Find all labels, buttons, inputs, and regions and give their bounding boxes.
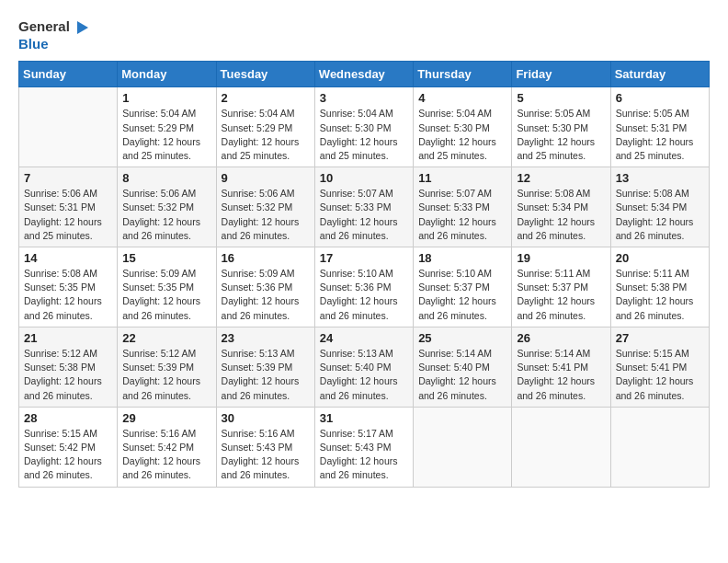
calendar-header-thursday: Thursday — [414, 62, 512, 87]
day-info: Sunrise: 5:04 AMSunset: 5:30 PMDaylight:… — [320, 107, 408, 163]
day-number: 14 — [24, 251, 112, 265]
calendar-cell: 30Sunrise: 5:16 AMSunset: 5:43 PMDayligh… — [216, 407, 314, 487]
calendar-header-tuesday: Tuesday — [216, 62, 314, 87]
calendar-cell: 28Sunrise: 5:15 AMSunset: 5:42 PMDayligh… — [19, 407, 118, 487]
day-number: 15 — [122, 251, 210, 265]
day-info: Sunrise: 5:05 AMSunset: 5:31 PMDaylight:… — [616, 107, 704, 163]
day-info: Sunrise: 5:15 AMSunset: 5:41 PMDaylight:… — [616, 347, 704, 403]
calendar-cell: 11Sunrise: 5:07 AMSunset: 5:33 PMDayligh… — [414, 167, 512, 247]
calendar-cell: 4Sunrise: 5:04 AMSunset: 5:30 PMDaylight… — [414, 87, 512, 167]
day-number: 12 — [517, 171, 605, 185]
calendar-header-friday: Friday — [512, 62, 610, 87]
calendar-cell — [512, 407, 610, 487]
calendar-cell: 18Sunrise: 5:10 AMSunset: 5:37 PMDayligh… — [414, 247, 512, 327]
calendar-cell: 22Sunrise: 5:12 AMSunset: 5:39 PMDayligh… — [118, 327, 216, 407]
day-info: Sunrise: 5:16 AMSunset: 5:43 PMDaylight:… — [222, 427, 310, 483]
calendar-cell: 29Sunrise: 5:16 AMSunset: 5:42 PMDayligh… — [118, 407, 216, 487]
day-number: 25 — [418, 331, 506, 345]
day-info: Sunrise: 5:08 AMSunset: 5:35 PMDaylight:… — [24, 267, 112, 323]
calendar-header-row: SundayMondayTuesdayWednesdayThursdayFrid… — [19, 62, 710, 87]
calendar-cell: 31Sunrise: 5:17 AMSunset: 5:43 PMDayligh… — [314, 407, 413, 487]
day-number: 28 — [24, 411, 112, 425]
day-number: 30 — [222, 411, 310, 425]
calendar-week-2: 7Sunrise: 5:06 AMSunset: 5:31 PMDaylight… — [19, 167, 710, 247]
day-info: Sunrise: 5:04 AMSunset: 5:30 PMDaylight:… — [418, 107, 506, 163]
day-number: 2 — [222, 91, 310, 105]
calendar-cell: 2Sunrise: 5:04 AMSunset: 5:29 PMDaylight… — [216, 87, 314, 167]
day-info: Sunrise: 5:10 AMSunset: 5:37 PMDaylight:… — [418, 267, 506, 323]
calendar-week-1: 1Sunrise: 5:04 AMSunset: 5:29 PMDaylight… — [19, 87, 710, 167]
day-number: 26 — [517, 331, 605, 345]
calendar-cell: 21Sunrise: 5:12 AMSunset: 5:38 PMDayligh… — [19, 327, 118, 407]
calendar-week-3: 14Sunrise: 5:08 AMSunset: 5:35 PMDayligh… — [19, 247, 710, 327]
calendar-week-5: 28Sunrise: 5:15 AMSunset: 5:42 PMDayligh… — [19, 407, 710, 487]
calendar-cell: 14Sunrise: 5:08 AMSunset: 5:35 PMDayligh… — [19, 247, 118, 327]
day-number: 9 — [222, 171, 310, 185]
calendar-cell: 15Sunrise: 5:09 AMSunset: 5:35 PMDayligh… — [118, 247, 216, 327]
calendar-cell — [610, 407, 709, 487]
calendar-cell: 24Sunrise: 5:13 AMSunset: 5:40 PMDayligh… — [314, 327, 413, 407]
page-header: General Blue — [18, 18, 710, 52]
day-info: Sunrise: 5:11 AMSunset: 5:37 PMDaylight:… — [517, 267, 605, 323]
calendar-cell: 16Sunrise: 5:09 AMSunset: 5:36 PMDayligh… — [216, 247, 314, 327]
calendar-cell: 17Sunrise: 5:10 AMSunset: 5:36 PMDayligh… — [314, 247, 413, 327]
day-info: Sunrise: 5:12 AMSunset: 5:39 PMDaylight:… — [122, 347, 210, 403]
calendar-header-wednesday: Wednesday — [314, 62, 413, 87]
day-info: Sunrise: 5:04 AMSunset: 5:29 PMDaylight:… — [122, 107, 210, 163]
day-info: Sunrise: 5:10 AMSunset: 5:36 PMDaylight:… — [320, 267, 408, 323]
day-info: Sunrise: 5:07 AMSunset: 5:33 PMDaylight:… — [418, 187, 506, 243]
day-info: Sunrise: 5:15 AMSunset: 5:42 PMDaylight:… — [24, 427, 112, 483]
day-info: Sunrise: 5:13 AMSunset: 5:40 PMDaylight:… — [320, 347, 408, 403]
day-number: 8 — [122, 171, 210, 185]
day-number: 6 — [616, 91, 704, 105]
calendar-cell: 9Sunrise: 5:06 AMSunset: 5:32 PMDaylight… — [216, 167, 314, 247]
day-info: Sunrise: 5:14 AMSunset: 5:41 PMDaylight:… — [517, 347, 605, 403]
calendar-cell: 12Sunrise: 5:08 AMSunset: 5:34 PMDayligh… — [512, 167, 610, 247]
day-info: Sunrise: 5:11 AMSunset: 5:38 PMDaylight:… — [616, 267, 704, 323]
logo-blue: Blue — [18, 36, 49, 52]
day-info: Sunrise: 5:05 AMSunset: 5:30 PMDaylight:… — [517, 107, 605, 163]
day-info: Sunrise: 5:08 AMSunset: 5:34 PMDaylight:… — [517, 187, 605, 243]
day-number: 10 — [320, 171, 408, 185]
day-number: 13 — [616, 171, 704, 185]
calendar-cell: 5Sunrise: 5:05 AMSunset: 5:30 PMDaylight… — [512, 87, 610, 167]
calendar-cell: 23Sunrise: 5:13 AMSunset: 5:39 PMDayligh… — [216, 327, 314, 407]
calendar-cell: 20Sunrise: 5:11 AMSunset: 5:38 PMDayligh… — [610, 247, 709, 327]
day-number: 18 — [418, 251, 506, 265]
calendar-cell: 1Sunrise: 5:04 AMSunset: 5:29 PMDaylight… — [118, 87, 216, 167]
day-info: Sunrise: 5:12 AMSunset: 5:38 PMDaylight:… — [24, 347, 112, 403]
day-number: 22 — [122, 331, 210, 345]
calendar-cell: 27Sunrise: 5:15 AMSunset: 5:41 PMDayligh… — [610, 327, 709, 407]
day-info: Sunrise: 5:07 AMSunset: 5:33 PMDaylight:… — [320, 187, 408, 243]
logo: General Blue — [18, 18, 90, 52]
day-info: Sunrise: 5:09 AMSunset: 5:36 PMDaylight:… — [222, 267, 310, 323]
calendar-cell — [414, 407, 512, 487]
day-info: Sunrise: 5:06 AMSunset: 5:31 PMDaylight:… — [24, 187, 112, 243]
calendar-cell: 8Sunrise: 5:06 AMSunset: 5:32 PMDaylight… — [118, 167, 216, 247]
logo-arrow-icon — [74, 19, 90, 36]
calendar-cell: 25Sunrise: 5:14 AMSunset: 5:40 PMDayligh… — [414, 327, 512, 407]
day-number: 20 — [616, 251, 704, 265]
calendar-header-monday: Monday — [118, 62, 216, 87]
day-number: 5 — [517, 91, 605, 105]
calendar-cell: 3Sunrise: 5:04 AMSunset: 5:30 PMDaylight… — [314, 87, 413, 167]
day-number: 21 — [24, 331, 112, 345]
day-number: 11 — [418, 171, 506, 185]
calendar-cell: 19Sunrise: 5:11 AMSunset: 5:37 PMDayligh… — [512, 247, 610, 327]
calendar-week-4: 21Sunrise: 5:12 AMSunset: 5:38 PMDayligh… — [19, 327, 710, 407]
day-info: Sunrise: 5:08 AMSunset: 5:34 PMDaylight:… — [616, 187, 704, 243]
calendar-cell — [19, 87, 118, 167]
svg-marker-0 — [77, 21, 88, 34]
calendar-cell: 26Sunrise: 5:14 AMSunset: 5:41 PMDayligh… — [512, 327, 610, 407]
day-number: 23 — [222, 331, 310, 345]
calendar-header-sunday: Sunday — [19, 62, 118, 87]
calendar-cell: 13Sunrise: 5:08 AMSunset: 5:34 PMDayligh… — [610, 167, 709, 247]
day-number: 16 — [222, 251, 310, 265]
day-number: 29 — [122, 411, 210, 425]
day-number: 17 — [320, 251, 408, 265]
day-number: 31 — [320, 411, 408, 425]
day-number: 3 — [320, 91, 408, 105]
day-info: Sunrise: 5:04 AMSunset: 5:29 PMDaylight:… — [222, 107, 310, 163]
day-number: 27 — [616, 331, 704, 345]
day-info: Sunrise: 5:06 AMSunset: 5:32 PMDaylight:… — [222, 187, 310, 243]
